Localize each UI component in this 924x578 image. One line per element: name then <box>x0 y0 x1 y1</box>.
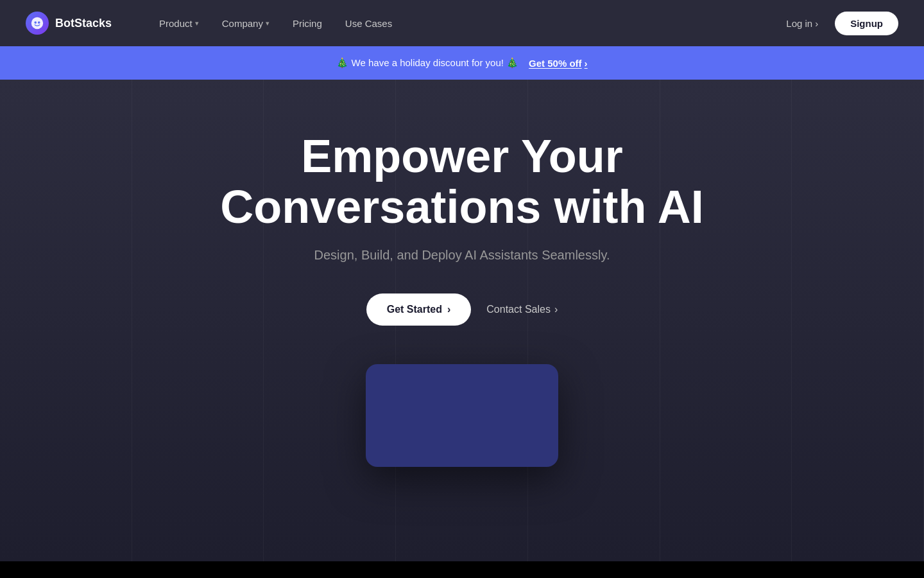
nav-links: Product ▾ Company ▾ Pricing Use Cases <box>150 13 777 34</box>
contact-chevron-icon: › <box>554 304 558 315</box>
get-started-button[interactable]: Get Started › <box>366 293 472 326</box>
nav-item-product[interactable]: Product ▾ <box>150 13 208 34</box>
nav-actions: Log in › Signup <box>777 12 898 35</box>
brand-name: BotStacks <box>55 17 112 30</box>
hero-subtitle: Design, Build, and Deploy AI Assistants … <box>314 248 610 263</box>
nav-item-company[interactable]: Company ▾ <box>213 13 278 34</box>
login-chevron-icon: › <box>815 18 818 29</box>
svg-point-2 <box>38 21 40 24</box>
signup-button[interactable]: Signup <box>835 12 898 35</box>
bottom-section <box>0 561 924 578</box>
get-started-chevron-icon: › <box>447 304 450 315</box>
product-chevron-icon: ▾ <box>195 19 199 28</box>
banner-cta-chevron-icon: › <box>585 58 588 69</box>
contact-sales-button[interactable]: Contact Sales › <box>486 304 558 315</box>
promo-banner: 🎄 We have a holiday discount for you! 🎄 … <box>0 46 924 80</box>
login-button[interactable]: Log in › <box>777 13 827 34</box>
navbar: BotStacks Product ▾ Company ▾ Pricing Us… <box>0 0 924 46</box>
logo-link[interactable]: BotStacks <box>26 12 112 35</box>
banner-cta[interactable]: Get 50% off › <box>529 58 588 69</box>
nav-item-pricing[interactable]: Pricing <box>284 13 331 34</box>
hero-title: Empower Your Conversations with AI <box>148 131 776 232</box>
svg-point-0 <box>31 17 43 29</box>
company-chevron-icon: ▾ <box>266 19 270 28</box>
hero-preview-card <box>366 364 558 467</box>
hero-buttons: Get Started › Contact Sales › <box>366 293 558 326</box>
banner-message: 🎄 We have a holiday discount for you! 🎄 <box>336 57 518 69</box>
nav-item-use-cases[interactable]: Use Cases <box>336 13 401 34</box>
svg-point-1 <box>34 21 37 24</box>
logo-icon <box>26 12 49 35</box>
hero-section: Empower Your Conversations with AI Desig… <box>0 80 924 561</box>
